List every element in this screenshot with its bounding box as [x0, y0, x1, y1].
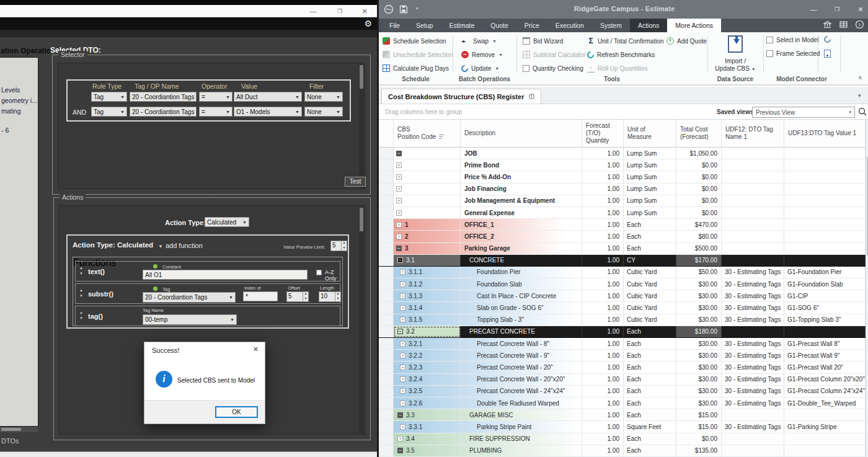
udf13-cell[interactable] [784, 433, 866, 445]
menu-item-more-actions[interactable]: More Actions [667, 19, 721, 32]
cbs-position-cell[interactable]: +2 [394, 231, 461, 242]
description-cell[interactable]: Job Financing [461, 184, 582, 195]
table-row[interactable]: +3.1.5Topping Slab - 3"1.00Cubic Yard$30… [379, 314, 866, 326]
udf12-cell[interactable]: 30 - Estimating Tags [722, 267, 784, 278]
expand-icon[interactable]: + [396, 186, 402, 192]
description-cell[interactable]: Cast In Place - CIP Concrete [461, 290, 582, 301]
udf12-cell[interactable]: 30 - Estimating Tags [722, 362, 784, 373]
cbs-position-cell[interactable]: +1 [394, 219, 461, 230]
total-cost-cell[interactable]: $30.00 [676, 397, 722, 409]
collapse-icon[interactable]: − [397, 329, 403, 334]
udf12-cell[interactable] [722, 433, 784, 445]
udf12-cell[interactable]: 30 - Estimating Tags [722, 278, 784, 290]
description-cell[interactable]: Foundation Pier [461, 267, 582, 278]
expand-icon[interactable]: + [400, 401, 405, 406]
menu-item-estimate[interactable]: Estimate [441, 19, 482, 32]
close-button[interactable]: ✕ [852, 4, 868, 14]
forecast-quantity-cell[interactable]: 1.00 [582, 231, 624, 242]
sort-icon[interactable] [439, 135, 444, 139]
roll-up-quantities-button[interactable]: ↑Roll Up Quantities [587, 63, 648, 73]
cbs-position-cell[interactable]: +3.1.1 [394, 267, 461, 278]
total-cost-cell[interactable]: $500.00 [676, 243, 722, 254]
description-cell[interactable]: General Expense [461, 207, 582, 218]
minimize-button[interactable]: — [805, 4, 822, 14]
column-header-cbs-position-code[interactable]: CBSPosition Code [394, 120, 461, 147]
udf13-cell[interactable] [784, 255, 866, 266]
expand-icon[interactable]: + [400, 424, 405, 430]
menu-item-price[interactable]: Price [516, 19, 547, 32]
list-item[interactable]: mating [0, 106, 38, 117]
cbs-position-cell[interactable]: + [394, 159, 461, 171]
value-preview-limit-spinner[interactable]: 5 ▲▼ [330, 241, 347, 251]
action-type-dropdown[interactable]: Calculated▼ [205, 217, 249, 227]
udf12-cell[interactable] [722, 219, 784, 230]
expand-icon[interactable]: + [396, 210, 402, 216]
column-header-description[interactable]: Description [461, 120, 582, 147]
az-only-checkbox[interactable] [316, 270, 322, 275]
udf13-cell[interactable]: G1-CIP [784, 290, 866, 301]
reorder-arrows[interactable]: ▲▼ [79, 288, 83, 298]
collapse-icon[interactable]: − [397, 257, 403, 263]
cbs-position-cell[interactable]: +3.2.6 [394, 397, 461, 409]
total-cost-cell[interactable]: $0.00 [676, 171, 722, 182]
udf13-cell[interactable] [784, 195, 866, 206]
description-cell[interactable]: Double Tee Radiused Warped [461, 397, 582, 409]
help-icon[interactable]: ? [855, 20, 864, 29]
total-cost-cell[interactable]: $15.00 [676, 409, 722, 420]
collapse-ribbon-icon[interactable]: ∧ [858, 74, 862, 81]
total-cost-cell[interactable]: $0.00 [676, 207, 722, 218]
table-vertical-scrollbar[interactable] [866, 120, 868, 457]
unit-of-measure-cell[interactable]: Each [624, 326, 676, 337]
operator-dropdown[interactable]: =▼ [199, 92, 232, 102]
description-cell[interactable]: Parking Stripe Paint [461, 421, 582, 432]
cbs-position-cell[interactable]: +3.1.3 [394, 290, 461, 301]
frame-model-icon[interactable] [824, 50, 831, 58]
description-cell[interactable]: Precast Concrete Wall - 8" [461, 338, 582, 349]
cbs-position-cell[interactable]: −3 [394, 243, 461, 254]
bid-wizard-button[interactable]: Bid Wizard [523, 36, 563, 46]
cbs-position-cell[interactable]: +3.2.4 [394, 374, 461, 385]
udf12-cell[interactable]: 30 - Estimating Tags [722, 302, 784, 313]
cbs-position-cell[interactable]: +3.1.5 [394, 314, 461, 326]
table-row[interactable]: +1OFFICE_11.00Each$470.00 [379, 219, 866, 231]
rule-type-dropdown[interactable]: Tag▼ [91, 107, 127, 117]
quantity-checking-button[interactable]: Quantity Checking [523, 63, 583, 73]
forecast-quantity-cell[interactable]: 1.00 [582, 171, 624, 182]
operator-dropdown[interactable]: =▼ [199, 107, 232, 117]
cbs-position-cell[interactable]: + [394, 184, 461, 195]
udf12-cell[interactable] [722, 195, 784, 206]
expand-icon[interactable]: + [400, 293, 405, 299]
udf12-cell[interactable] [722, 409, 784, 420]
calculate-plug-days-button[interactable]: Calculate Plug Days [383, 63, 449, 73]
udf12-cell[interactable]: 30 - Estimating Tags [722, 314, 784, 326]
total-cost-cell[interactable]: $30.00 [676, 350, 722, 361]
udf12-cell[interactable] [722, 207, 784, 218]
table-row[interactable]: +3.2.6Double Tee Radiused Warped1.00Each… [379, 397, 866, 409]
list-item[interactable]: geometry i... [0, 95, 38, 106]
filter-dropdown[interactable]: None▼ [304, 92, 343, 102]
udf13-cell[interactable]: G1-Precast Column 20"x20" [784, 374, 866, 385]
total-cost-cell[interactable]: $1,050.00 [676, 148, 722, 159]
udf12-cell[interactable] [722, 255, 784, 266]
library-icon[interactable] [823, 20, 832, 29]
spinner-arrows[interactable]: ▲▼ [335, 292, 340, 301]
udf13-cell[interactable] [784, 159, 866, 171]
cbs-position-cell[interactable]: +3.4 [394, 433, 461, 445]
udf13-cell[interactable]: G1-Precast Column 24"x24" [784, 386, 866, 397]
forecast-quantity-cell[interactable]: 1.00 [582, 445, 624, 456]
description-cell[interactable]: Parking Garage [461, 243, 582, 254]
column-header-udf13-dto-tag-value-1[interactable]: UDF13:DTO Tag Value 1 [784, 120, 866, 147]
schedule-selection-button[interactable]: Schedule Selection [383, 36, 446, 46]
unit-of-measure-cell[interactable]: Each [624, 231, 676, 242]
tag-op-name-dropdown[interactable]: 20 - Coordiantion Tags▼ [130, 107, 197, 117]
unit-of-measure-cell[interactable]: Each [624, 338, 676, 349]
forecast-quantity-cell[interactable]: 1.00 [582, 386, 624, 397]
unit-of-measure-cell[interactable]: Lump Sum [624, 148, 676, 159]
description-cell[interactable]: Precast Concrete Wall - 20"x20" [461, 374, 582, 385]
table-row[interactable]: +3.2.2Precast Concrete Wall - 9"1.00Each… [379, 350, 866, 362]
forecast-quantity-cell[interactable]: 1.00 [582, 421, 624, 432]
udf13-cell[interactable]: G1-Parking Stripe [784, 421, 866, 432]
description-cell[interactable]: Precast Concrete Wall - 24"x24" [461, 386, 582, 397]
expand-icon[interactable]: + [400, 353, 405, 358]
table-row[interactable]: +2OFFICE_21.00Each$80.00 [379, 231, 866, 242]
